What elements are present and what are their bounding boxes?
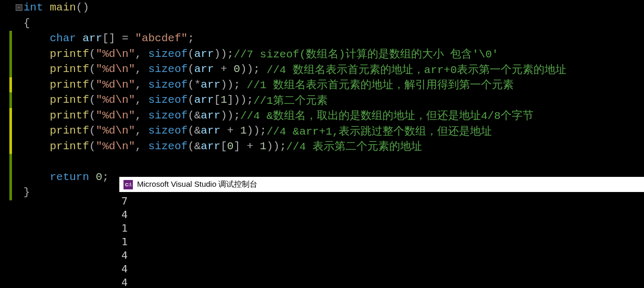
- console-app-icon: C:\: [123, 180, 133, 189]
- code-line[interactable]: printf("%d\n", sizeof(&arr + 1));//4 &ar…: [23, 123, 644, 139]
- change-bar-saved: [9, 46, 12, 62]
- token-paren: )): [266, 140, 279, 152]
- token-paren: (: [188, 125, 194, 137]
- token-paren: (): [76, 2, 89, 14]
- token-kw: sizeof: [148, 125, 188, 137]
- gutter-row: [0, 92, 23, 108]
- token-str: "abcdef": [135, 32, 188, 44]
- token-paren: (: [89, 94, 96, 106]
- token-brace: }: [23, 186, 30, 198]
- token-str: "%d\n": [96, 125, 135, 137]
- token-op: &: [194, 125, 201, 137]
- gutter-row: [0, 62, 23, 77]
- code-editor[interactable]: - int main(){ char arr[] = "abcdef"; pri…: [0, 0, 644, 200]
- token-num: 1: [220, 94, 227, 106]
- token-num: 1: [260, 140, 267, 152]
- console-output-line: 4: [121, 208, 642, 221]
- token-semi: ;: [227, 48, 234, 60]
- token-fn: printf: [49, 94, 89, 106]
- token-idp: arr: [194, 94, 214, 106]
- token-paren: (: [188, 140, 194, 152]
- gutter-row: [0, 123, 23, 139]
- code-line[interactable]: printf("%d\n", sizeof(arr[1]));//1第二个元素: [23, 92, 644, 108]
- token-op: ,: [135, 110, 148, 122]
- token-paren: []: [102, 32, 115, 44]
- change-bar-unsaved: [9, 77, 12, 93]
- token-idp: arr: [82, 32, 102, 44]
- code-line[interactable]: printf("%d\n", sizeof(arr));//7 sizeof(数…: [23, 46, 644, 62]
- token-op: [89, 171, 96, 183]
- code-line[interactable]: int main(): [23, 0, 644, 16]
- token-semi: ;: [233, 79, 240, 91]
- change-bar-unsaved: [9, 108, 12, 124]
- token-fn: printf: [49, 79, 89, 91]
- code-line[interactable]: printf("%d\n", sizeof(arr + 0)); //4 数组名…: [23, 62, 644, 77]
- token-semi: ;: [253, 63, 260, 75]
- console-output-line: 4: [121, 262, 642, 275]
- token-op: [260, 63, 267, 75]
- console-output-line: 7: [121, 194, 642, 208]
- token-fn: printf: [49, 125, 89, 137]
- token-op: +: [214, 63, 234, 75]
- token-kw: return: [49, 171, 89, 183]
- token-op: +: [240, 140, 260, 152]
- debug-console-window[interactable]: C:\ Microsoft Visual Studio 调试控制台 741144…: [119, 177, 644, 288]
- token-idp: arr: [194, 48, 214, 60]
- console-output[interactable]: 7411444: [119, 192, 644, 288]
- change-bar-saved: [9, 62, 12, 77]
- console-title-text: Microsoft Visual Studio 调试控制台: [137, 179, 257, 189]
- token-paren: )): [214, 48, 227, 60]
- token-kw: int: [23, 2, 43, 14]
- token-str: "%d\n": [96, 94, 135, 106]
- gutter-row: [0, 16, 23, 31]
- token-op: ,: [135, 48, 148, 60]
- code-line[interactable]: [23, 154, 644, 170]
- token-opstar: *: [194, 79, 201, 91]
- code-line[interactable]: printf("%d\n", sizeof(*arr)); //1 数组名表示首…: [23, 77, 644, 93]
- gutter-row: [0, 31, 23, 46]
- token-str: "%d\n": [96, 140, 135, 152]
- code-line[interactable]: char arr[] = "abcdef";: [23, 31, 644, 46]
- token-str: "%d\n": [96, 48, 135, 60]
- token-op: +: [220, 125, 240, 137]
- fold-collapse-icon[interactable]: -: [16, 4, 22, 11]
- token-paren: )): [220, 110, 233, 122]
- change-bar-saved: [9, 92, 12, 108]
- token-idp: arr: [201, 79, 220, 91]
- code-area[interactable]: int main(){ char arr[] = "abcdef"; print…: [23, 0, 644, 200]
- change-bar-unsaved: [9, 123, 12, 139]
- token-paren: (: [188, 79, 194, 91]
- token-num: 0: [233, 63, 240, 75]
- token-paren: (: [89, 48, 96, 60]
- token-semi: ;: [233, 110, 240, 122]
- token-op: &: [194, 110, 201, 122]
- gutter-row: [0, 185, 23, 200]
- token-brace: {: [23, 17, 30, 29]
- token-idp: arr: [194, 63, 214, 75]
- token-paren: (: [89, 125, 96, 137]
- token-semi: ;: [280, 140, 287, 152]
- gutter-row: -: [0, 0, 23, 16]
- token-cmt: //7 sizeof(数组名)计算的是数组的大小 包含'\0': [233, 46, 498, 61]
- code-line[interactable]: printf("%d\n", sizeof(&arr[0] + 1));//4 …: [23, 139, 644, 154]
- token-paren: )): [247, 125, 260, 137]
- token-paren: )): [220, 79, 233, 91]
- token-paren: (: [89, 79, 96, 91]
- token-num: 1: [240, 125, 247, 137]
- token-cmt: //4 &arr+1,表示跳过整个数组，但还是地址: [266, 124, 492, 138]
- token-idp: arr: [201, 125, 220, 137]
- code-line[interactable]: printf("%d\n", sizeof(&arr));//4 &数组名，取出…: [23, 108, 644, 124]
- console-titlebar[interactable]: C:\ Microsoft Visual Studio 调试控制台: [119, 177, 644, 192]
- token-fn: printf: [49, 110, 89, 122]
- token-kw: sizeof: [148, 63, 188, 75]
- code-line[interactable]: {: [23, 16, 644, 31]
- token-op: ,: [135, 140, 148, 152]
- token-kw: sizeof: [148, 110, 188, 122]
- token-kw: sizeof: [148, 79, 188, 91]
- gutter-row: [0, 139, 23, 154]
- gutter-row: [0, 170, 23, 185]
- token-paren: (: [188, 110, 194, 122]
- gutter-row: [0, 108, 23, 124]
- token-str: "%d\n": [96, 63, 135, 75]
- token-paren: (: [89, 110, 96, 122]
